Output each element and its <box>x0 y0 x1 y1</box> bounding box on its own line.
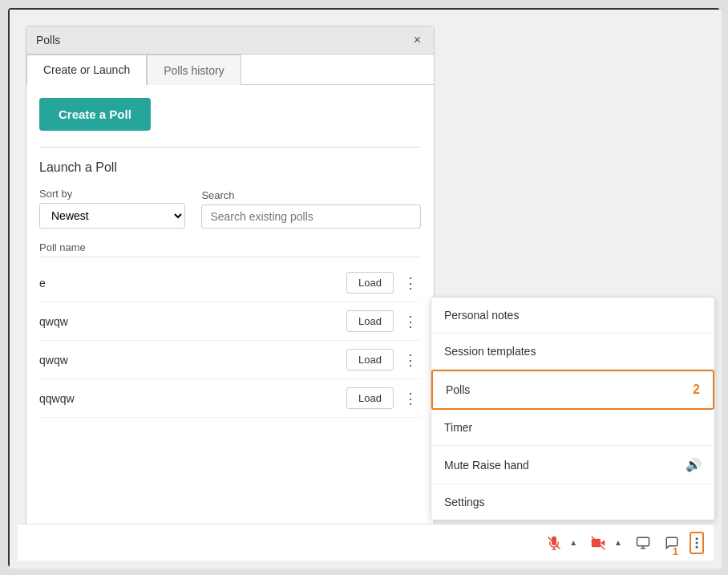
camera-caret-button[interactable]: ▲ <box>611 535 625 550</box>
bottom-toolbar: ▲ ▲ <box>18 524 714 561</box>
polls-panel-header: Polls × <box>26 26 434 55</box>
poll-name: qqwqw <box>39 392 346 405</box>
load-button-0[interactable]: Load <box>346 272 394 294</box>
polls-body: Create a Poll Launch a Poll Sort by Newe… <box>26 85 434 538</box>
svg-point-10 <box>696 545 698 548</box>
polls-badge: 2 <box>693 383 700 397</box>
more-button-3[interactable]: ⋮ <box>400 391 421 406</box>
caret-up-icon: ▲ <box>614 538 622 547</box>
polls-panel: Polls × Create or Launch Polls history C… <box>26 26 435 539</box>
poll-name: qwqw <box>39 315 346 328</box>
menu-item-mute-raise-hand[interactable]: Mute Raise hand 🔊 <box>431 446 714 484</box>
poll-name: e <box>39 277 346 290</box>
sort-select[interactable]: Newest Oldest A-Z <box>39 203 185 229</box>
svg-point-8 <box>696 537 698 540</box>
caret-up-icon: ▲ <box>569 538 577 547</box>
create-poll-button[interactable]: Create a Poll <box>39 98 151 131</box>
polls-close-button[interactable]: × <box>411 33 424 47</box>
menu-item-label: Settings <box>444 496 485 508</box>
menu-item-personal-notes[interactable]: Personal notes <box>431 298 714 334</box>
polls-tabs: Create or Launch Polls history <box>26 55 434 85</box>
menu-item-label: Timer <box>444 421 472 434</box>
tab-create-or-launch[interactable]: Create or Launch <box>26 55 147 85</box>
load-button-3[interactable]: Load <box>346 387 394 409</box>
mic-pair: ▲ <box>544 532 580 553</box>
sort-label: Sort by <box>39 188 185 200</box>
app-window: Polls × Create or Launch Polls history C… <box>8 8 720 567</box>
menu-item-label: Mute Raise hand <box>444 459 529 472</box>
tab-polls-history[interactable]: Polls history <box>147 55 241 85</box>
search-group: Search <box>201 189 421 229</box>
search-label: Search <box>201 189 421 201</box>
menu-item-timer[interactable]: Timer <box>431 410 714 446</box>
sort-group: Sort by Newest Oldest A-Z <box>39 188 185 229</box>
menu-item-label: Polls <box>446 383 470 396</box>
mute-camera-button[interactable] <box>587 532 609 553</box>
main-area: Polls × Create or Launch Polls history C… <box>10 10 722 569</box>
poll-item: qqwqw Load ⋮ <box>39 379 421 418</box>
svg-point-9 <box>696 541 698 544</box>
toolbar-number-label: 1 <box>673 545 678 557</box>
mic-caret-button[interactable]: ▲ <box>566 535 580 550</box>
load-button-2[interactable]: Load <box>346 349 394 371</box>
poll-item: qwqw Load ⋮ <box>39 302 421 341</box>
search-input[interactable] <box>201 204 421 229</box>
sort-search-row: Sort by Newest Oldest A-Z Search <box>39 188 421 229</box>
menu-item-label: Session templates <box>444 345 536 358</box>
launch-poll-title: Launch a Poll <box>39 160 421 175</box>
load-button-1[interactable]: Load <box>346 310 394 332</box>
speaker-icon: 🔊 <box>686 457 702 472</box>
camera-pair: ▲ <box>587 532 625 553</box>
more-button-2[interactable]: ⋮ <box>400 353 421 367</box>
screen-share-button[interactable] <box>632 532 654 553</box>
poll-item: e Load ⋮ <box>39 264 421 302</box>
menu-item-session-templates[interactable]: Session templates <box>431 334 714 370</box>
poll-list-header: Poll name <box>39 241 421 257</box>
menu-item-label: Personal notes <box>444 309 519 322</box>
menu-item-settings[interactable]: Settings <box>431 484 714 520</box>
right-side-menu: Personal notes Session templates Polls 2… <box>431 297 715 520</box>
poll-name: qwqw <box>39 354 346 366</box>
polls-panel-title: Polls <box>36 34 60 47</box>
poll-item: qwqw Load ⋮ <box>39 341 421 379</box>
more-options-button[interactable] <box>690 532 704 554</box>
menu-item-polls[interactable]: Polls 2 <box>431 370 714 410</box>
divider <box>39 147 421 148</box>
more-button-1[interactable]: ⋮ <box>400 314 421 329</box>
more-button-0[interactable]: ⋮ <box>400 276 421 290</box>
svg-rect-5 <box>637 537 649 546</box>
mute-mic-button[interactable] <box>544 532 564 553</box>
